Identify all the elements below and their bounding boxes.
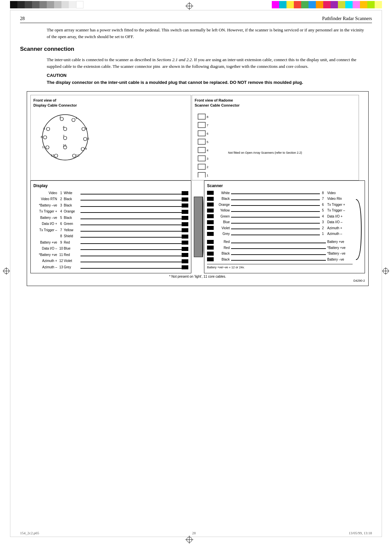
radome-connector-svg: 8 7 6 5 4: [195, 111, 225, 177]
scanner-wiring: Scanner White 8 Video Black: [204, 180, 365, 273]
scanner-wiring-title: Scanner: [207, 183, 362, 188]
scanner-battery-section: Red Battery +ve Red *Battery +ve: [207, 239, 353, 262]
scanner-row-1: Grey 1 Azimuth –: [207, 231, 353, 237]
footer-right: 13/05/99, 13:18: [349, 531, 372, 535]
svg-rect-36: [198, 139, 205, 144]
wire-row-4: Tx Trigger + 4 Orange: [33, 209, 188, 214]
wire-row-5: Battery –ve 5 Black: [33, 215, 188, 220]
svg-point-24: [46, 146, 49, 149]
svg-point-28: [54, 154, 58, 157]
wire-row-8: 8 Shield: [33, 234, 188, 239]
svg-point-26: [72, 154, 76, 157]
scanner-bat-2: Red *Battery +ve: [207, 245, 353, 250]
svg-point-18: [43, 136, 47, 139]
svg-point-4: [72, 118, 75, 122]
svg-text:7: 7: [63, 134, 64, 138]
radome-connector-title: Front view of RadomeScanner Cable Connec…: [195, 98, 356, 108]
svg-point-12: [46, 127, 50, 131]
svg-rect-30: [198, 114, 205, 119]
svg-text:6: 6: [87, 137, 89, 140]
caution-text: The display connector on the inter-unit …: [20, 79, 372, 86]
svg-text:11: 11: [42, 145, 45, 149]
wire-row-13: Azimuth – 13 Grey: [33, 264, 188, 270]
bracket-svg: [193, 187, 203, 267]
footer-center: 28: [192, 531, 196, 535]
scanner-bat-3: Black *Battery –ve: [207, 251, 353, 256]
svg-rect-32: [198, 122, 205, 128]
diagram-id: D4290-2: [30, 279, 365, 282]
svg-text:2: 2: [207, 165, 208, 169]
page-number: 28: [20, 16, 25, 21]
display-connector-svg: 1 2 3 4 5 6: [33, 111, 97, 162]
svg-text:10: 10: [63, 144, 66, 147]
footnote: * Not present on 'light', 11 core cables…: [30, 275, 365, 278]
svg-text:12: 12: [76, 154, 79, 157]
main-content: The open arrray scanner has a power swit…: [20, 27, 372, 286]
svg-text:13: 13: [51, 154, 54, 157]
svg-text:1: 1: [75, 116, 77, 120]
wire-row-1: Video 1 White: [33, 190, 188, 195]
caution-label: CAUTION: [20, 73, 372, 78]
svg-rect-46: [194, 197, 203, 257]
svg-text:8: 8: [207, 115, 208, 119]
scanner-row-7: Black 7 Video Rtn: [207, 196, 353, 201]
header-title: Pathfinder Radar Scanners: [322, 16, 372, 21]
not-fitted-label: Not fitted on Open Array Scanners (refer…: [228, 149, 302, 155]
scanner-main-wires: White 8 Video Black 7 Video Rtn: [207, 190, 353, 269]
wire-row-7: Tx Trigger – 7 Yellow: [33, 227, 188, 233]
svg-text:2: 2: [59, 115, 61, 119]
scanner-row-2: Violet 2 Azimuth +: [207, 225, 353, 231]
battery-note: Battery +ve/–ve = 12 or 24v.: [207, 264, 353, 269]
scanner-row-8: White 8 Video: [207, 190, 353, 195]
svg-rect-40: [198, 156, 205, 161]
cable-connector: [193, 180, 204, 273]
wire-row-9: Battery +ve 9 Red: [33, 240, 188, 245]
reg-mark-left: [3, 267, 10, 276]
display-connector-panel: Front view ofDisplay Cable Connector 1 2: [30, 95, 191, 181]
svg-rect-42: [198, 164, 205, 169]
color-bar-right: [272, 0, 382, 9]
svg-point-8: [82, 127, 85, 131]
svg-text:4: 4: [63, 125, 64, 129]
intro-paragraph: The open arrray scanner has a power swit…: [20, 27, 372, 40]
svg-text:7: 7: [207, 124, 208, 127]
scanner-bat-4: Black Battery –ve: [207, 257, 353, 262]
svg-text:5: 5: [207, 140, 208, 144]
page-footer: 154_2c2.p65 28 13/05/99, 13:18: [20, 531, 372, 535]
section-body: The inter-unit cable is connected to the…: [20, 56, 372, 70]
svg-text:6: 6: [207, 132, 208, 135]
wire-row-6: Data I/O + 6 Green: [33, 221, 188, 227]
svg-point-20: [81, 147, 84, 151]
svg-rect-38: [198, 147, 205, 153]
brace-svg: [355, 196, 362, 263]
scanner-row-3: Blue 3 Data I/O –: [207, 220, 353, 225]
scanner-row-4: Green 4 Data I/O +: [207, 214, 353, 219]
svg-text:3: 3: [207, 157, 208, 160]
scanner-row-6: Orange 6 Tx Trigger +: [207, 202, 353, 207]
diagram-container: Front view ofDisplay Cable Connector 1 2: [27, 91, 369, 286]
wire-row-2: Video RTN 2 Black: [33, 196, 188, 202]
svg-text:5: 5: [43, 127, 45, 130]
footer-left: 154_2c2.p65: [20, 531, 39, 535]
display-wiring: Display Video 1 White Video RTN: [30, 180, 191, 273]
scanner-brace: [355, 190, 362, 269]
section-title: Scanner connection: [20, 46, 372, 52]
svg-text:4: 4: [207, 149, 208, 152]
wire-row-11: *Battery +ve 11 Red: [33, 252, 188, 257]
svg-point-14: [83, 137, 87, 141]
wire-row-12: Azimuth + 12 Violet: [33, 258, 188, 264]
color-bars: [0, 0, 392, 9]
display-connector-title: Front view ofDisplay Cable Connector: [33, 98, 188, 108]
svg-text:3: 3: [85, 127, 87, 130]
display-wiring-title: Display: [33, 183, 188, 188]
reg-mark-bottom: [185, 536, 193, 545]
svg-text:8: 8: [41, 135, 42, 139]
connector-views: Front view ofDisplay Cable Connector 1 2: [30, 95, 365, 181]
scanner-bat-1: Red Battery +ve: [207, 239, 353, 245]
wire-row-10: Data I/O – 10 Blue: [33, 246, 188, 251]
svg-rect-34: [198, 131, 205, 136]
reg-mark-right: [382, 267, 389, 276]
scanner-row-5: Yellow 5 Tx Trigger –: [207, 208, 353, 213]
svg-rect-44: [198, 172, 205, 177]
wiring-section: Display Video 1 White Video RTN: [30, 180, 365, 273]
